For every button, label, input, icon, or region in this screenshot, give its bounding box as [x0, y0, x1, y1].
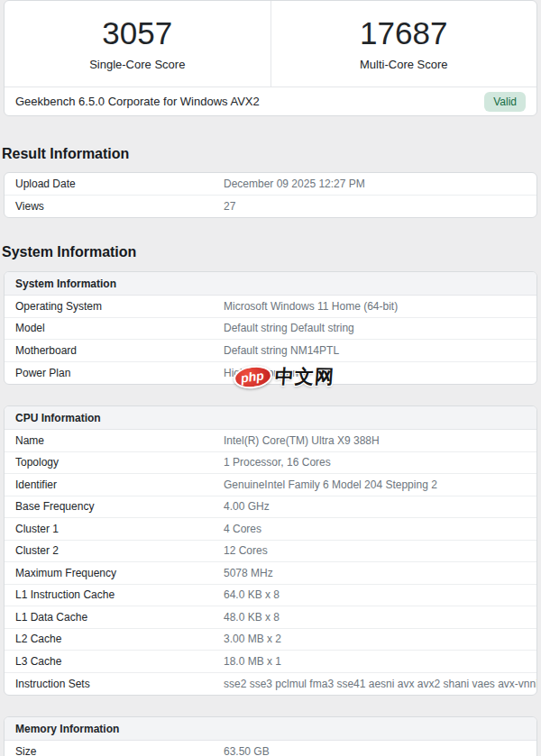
row-label: Cluster 1: [5, 523, 224, 535]
row-label: Topology: [5, 456, 224, 469]
table-row: Views27: [5, 196, 536, 218]
score-summary-card: 3057 Single-Core Score 17687 Multi-Core …: [4, 0, 537, 116]
table-row: Maximum Frequency5078 MHz: [5, 562, 536, 585]
row-value: 3.00 MB x 2: [224, 633, 292, 645]
row-value: Intel(R) Core(TM) Ultra X9 388H: [224, 434, 390, 447]
row-label: Cluster 2: [5, 544, 224, 557]
row-label: L1 Instruction Cache: [5, 588, 224, 601]
row-label: Base Frequency: [5, 500, 224, 513]
row-label: Motherboard: [5, 344, 224, 357]
row-value: 27: [224, 200, 246, 213]
table-row: L3 Cache18.0 MB x 1: [5, 651, 536, 673]
row-label: L2 Cache: [5, 633, 224, 645]
cpu-information-card: CPU InformationNameIntel(R) Core(TM) Ult…: [4, 405, 537, 696]
row-value: 18.0 MB x 1: [224, 655, 292, 668]
row-value: Microsoft Windows 11 Home (64-bit): [224, 300, 408, 313]
score-row: 3057 Single-Core Score 17687 Multi-Core …: [5, 1, 536, 87]
php-cn-watermark-logo: php 中文网: [234, 364, 335, 389]
row-value: 48.0 KB x 8: [224, 611, 290, 624]
valid-status-badge: Valid: [484, 92, 526, 112]
result-information-card: Upload DateDecember 09 2025 12:27 PMView…: [4, 172, 537, 218]
row-label: L3 Cache: [5, 655, 224, 668]
row-value: 1 Processor, 16 Cores: [224, 456, 342, 469]
result-information-heading: Result Information: [2, 146, 539, 161]
row-label: Views: [5, 200, 224, 213]
result-information-rows: Upload DateDecember 09 2025 12:27 PMView…: [5, 173, 536, 217]
row-value: 63.50 GB: [224, 745, 280, 756]
card-header: CPU Information: [5, 406, 536, 430]
table-row: L2 Cache3.00 MB x 2: [5, 629, 536, 651]
row-label: L1 Data Cache: [5, 611, 224, 624]
row-label: Size: [5, 745, 224, 756]
row-value: GenuineIntel Family 6 Model 204 Stepping…: [224, 478, 448, 491]
row-label: Name: [5, 434, 224, 447]
single-core-score-value: 3057: [102, 17, 172, 50]
table-row: ModelDefault string Default string: [5, 318, 536, 341]
table-row: Size63.50 GB: [5, 741, 536, 756]
row-value: 64.0 KB x 8: [224, 588, 290, 601]
benchmark-version-text: Geekbench 6.5.0 Corporate for Windows AV…: [15, 95, 260, 108]
table-row: IdentifierGenuineIntel Family 6 Model 20…: [5, 474, 536, 496]
geekbench-result-page: 3057 Single-Core Score 17687 Multi-Core …: [0, 0, 541, 756]
row-label: Instruction Sets: [5, 678, 224, 690]
table-row: NameIntel(R) Core(TM) Ultra X9 388H: [5, 430, 536, 452]
watermark-cn-text: 中文网: [274, 364, 335, 389]
table-row: L1 Data Cache48.0 KB x 8: [5, 606, 536, 629]
table-row: Upload DateDecember 09 2025 12:27 PM: [5, 173, 536, 196]
row-label: Model: [5, 322, 224, 334]
row-label: Operating System: [5, 300, 224, 313]
benchmark-version-bar: Geekbench 6.5.0 Corporate for Windows AV…: [5, 87, 536, 115]
row-label: Identifier: [5, 478, 224, 491]
single-core-score-label: Single-Core Score: [89, 58, 185, 71]
table-row: Instruction Setssse2 sse3 pclmul fma3 ss…: [5, 673, 536, 696]
row-value: 4.00 GHz: [224, 500, 280, 513]
table-row: L1 Instruction Cache64.0 KB x 8: [5, 585, 536, 607]
row-label: Upload Date: [5, 178, 224, 190]
row-value: 5078 MHz: [224, 567, 284, 579]
multi-core-score-value: 17687: [360, 17, 447, 50]
table-row: Base Frequency4.00 GHz: [5, 496, 536, 519]
multi-core-score-label: Multi-Core Score: [360, 58, 448, 71]
row-value: sse2 sse3 pclmul fma3 sse41 aesni avx av…: [224, 678, 537, 690]
single-core-score-panel: 3057 Single-Core Score: [5, 1, 270, 87]
row-value: Default string Default string: [224, 322, 365, 334]
table-row: Cluster 212 Cores: [5, 541, 536, 563]
memory-information-card: Memory InformationSize63.50 GB: [4, 716, 537, 756]
system-information-cards: System InformationOperating SystemMicros…: [0, 271, 541, 756]
php-logo-icon: php: [232, 363, 273, 391]
multi-core-score-panel: 17687 Multi-Core Score: [270, 1, 537, 87]
row-value: 4 Cores: [224, 523, 272, 535]
card-header: System Information: [5, 272, 536, 296]
row-value: December 09 2025 12:27 PM: [224, 178, 376, 190]
row-value: 12 Cores: [224, 544, 279, 557]
system-information-heading: System Information: [2, 244, 539, 260]
table-row: Cluster 14 Cores: [5, 518, 536, 541]
row-label: Power Plan: [5, 367, 224, 379]
row-label: Maximum Frequency: [5, 567, 224, 579]
table-row: MotherboardDefault string NM14PTL: [5, 340, 536, 362]
table-row: Topology1 Processor, 16 Cores: [5, 452, 536, 475]
row-value: Default string NM14PTL: [224, 344, 350, 357]
card-header: Memory Information: [5, 717, 536, 741]
table-row: Operating SystemMicrosoft Windows 11 Hom…: [5, 296, 536, 318]
